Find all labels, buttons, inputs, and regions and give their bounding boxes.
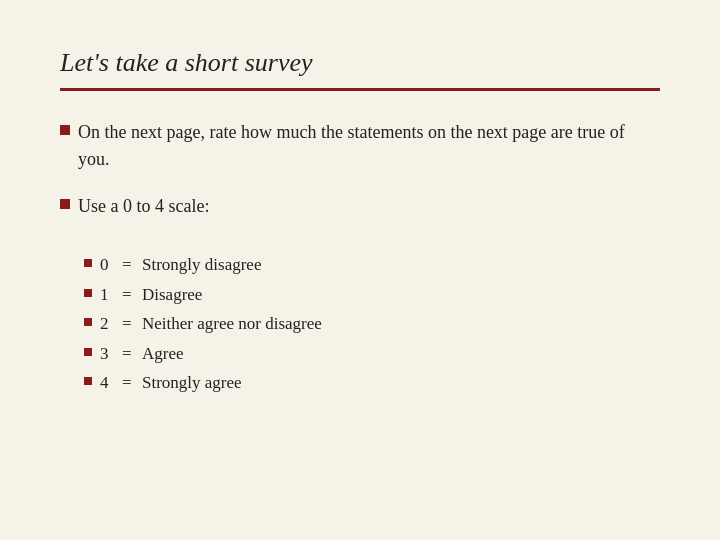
bullet-text-2: Use a 0 to 4 scale: [78, 193, 660, 220]
scale-list: 0 = Strongly disagree 1 = Disagree 2 = N… [84, 252, 660, 396]
scale-label-1: Disagree [142, 282, 202, 308]
scale-text-0: 0 = Strongly disagree [100, 252, 261, 278]
scale-text-3: 3 = Agree [100, 341, 184, 367]
bullet-square-2 [60, 199, 70, 209]
slide-container: Let's take a short survey On the next pa… [0, 0, 720, 540]
scale-item-2: 2 = Neither agree nor disagree [84, 311, 660, 337]
scale-number-1: 1 [100, 282, 114, 308]
scale-label-4: Strongly agree [142, 370, 242, 396]
bullet-text-1: On the next page, rate how much the stat… [78, 119, 660, 173]
scale-item-0: 0 = Strongly disagree [84, 252, 660, 278]
scale-text-1: 1 = Disagree [100, 282, 202, 308]
scale-equals-0: = [122, 252, 134, 278]
scale-item-4: 4 = Strongly agree [84, 370, 660, 396]
slide-title: Let's take a short survey [60, 48, 660, 78]
bullet-square-1 [60, 125, 70, 135]
scale-number-2: 2 [100, 311, 114, 337]
scale-label-2: Neither agree nor disagree [142, 311, 322, 337]
scale-label-0: Strongly disagree [142, 252, 261, 278]
scale-square-3 [84, 348, 92, 356]
scale-square-0 [84, 259, 92, 267]
title-divider [60, 88, 660, 91]
scale-label-3: Agree [142, 341, 184, 367]
scale-square-1 [84, 289, 92, 297]
content-section: On the next page, rate how much the stat… [60, 119, 660, 396]
scale-item-3: 3 = Agree [84, 341, 660, 367]
scale-number-4: 4 [100, 370, 114, 396]
scale-number-0: 0 [100, 252, 114, 278]
scale-square-2 [84, 318, 92, 326]
bullet-item-1: On the next page, rate how much the stat… [60, 119, 660, 173]
bullet-item-2: Use a 0 to 4 scale: [60, 193, 660, 220]
scale-square-4 [84, 377, 92, 385]
scale-equals-4: = [122, 370, 134, 396]
scale-text-4: 4 = Strongly agree [100, 370, 242, 396]
scale-equals-1: = [122, 282, 134, 308]
scale-text-2: 2 = Neither agree nor disagree [100, 311, 322, 337]
scale-number-3: 3 [100, 341, 114, 367]
scale-equals-3: = [122, 341, 134, 367]
scale-equals-2: = [122, 311, 134, 337]
scale-item-1: 1 = Disagree [84, 282, 660, 308]
